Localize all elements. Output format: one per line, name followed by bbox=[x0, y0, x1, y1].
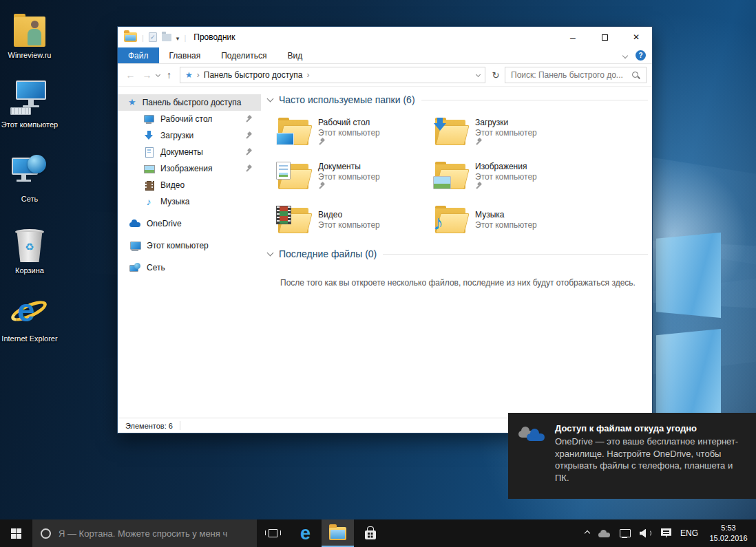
title-bar: Проводник bbox=[118, 27, 652, 47]
navigation-pane: Панель быстрого доступа Рабочий стол Заг… bbox=[118, 87, 261, 418]
edge-icon bbox=[300, 524, 311, 543]
nav-item-quick-access[interactable]: Панель быстрого доступа bbox=[118, 94, 261, 111]
desktop-icon-network[interactable]: Сеть bbox=[0, 152, 59, 204]
folder-tile-music[interactable]: Музыка Этот компьютер bbox=[434, 197, 591, 242]
window-body: Панель быстрого доступа Рабочий стол Заг… bbox=[118, 87, 652, 418]
explorer-app-icon bbox=[124, 32, 137, 42]
onedrive-tray-icon[interactable] bbox=[598, 528, 611, 538]
recycle-symbol-icon bbox=[25, 241, 34, 253]
back-button[interactable] bbox=[123, 69, 138, 81]
notification-title: Доступ к файлам откуда угодно bbox=[555, 423, 748, 433]
pictures-icon bbox=[143, 163, 154, 174]
collapse-group-icon[interactable] bbox=[267, 249, 274, 256]
ribbon-tabs: Файл Главная Поделиться Вид ? bbox=[118, 47, 652, 64]
taskbar-edge-button[interactable] bbox=[289, 519, 322, 547]
nav-item-this-pc[interactable]: Этот компьютер bbox=[118, 237, 261, 254]
user-folder-icon bbox=[14, 8, 45, 47]
forward-button[interactable] bbox=[140, 69, 154, 81]
taskbar-store-button[interactable] bbox=[354, 519, 386, 547]
group-header-frequent[interactable]: Часто используемые папки (6) bbox=[268, 94, 649, 105]
group-header-recent[interactable]: Последние файлы (0) bbox=[268, 248, 649, 259]
pin-icon bbox=[475, 138, 483, 146]
desktop-icon-label: Корзина bbox=[15, 266, 44, 275]
downloads-icon bbox=[143, 130, 154, 141]
cortana-search-text: Я — Кортана. Можете спросить у меня ч bbox=[59, 528, 227, 539]
up-button[interactable] bbox=[162, 69, 176, 81]
desktop-icon-winreview[interactable]: Winreview.ru bbox=[0, 8, 59, 60]
pin-icon bbox=[318, 138, 326, 146]
minimize-button[interactable] bbox=[557, 27, 589, 47]
chevron-right-icon bbox=[307, 70, 310, 80]
tab-home[interactable]: Главная bbox=[159, 47, 211, 63]
group-divider bbox=[421, 100, 648, 100]
customize-toolbar-button[interactable] bbox=[176, 31, 180, 43]
cortana-icon bbox=[41, 528, 51, 539]
quick-access-toolbar: Проводник bbox=[118, 31, 235, 43]
nav-item-documents[interactable]: Документы bbox=[118, 144, 261, 160]
network-tray-icon[interactable] bbox=[620, 528, 631, 538]
recent-files-hint: После того как вы откроете несколько фай… bbox=[266, 278, 649, 288]
nav-item-onedrive[interactable]: OneDrive bbox=[118, 215, 261, 232]
start-button[interactable] bbox=[0, 519, 32, 547]
close-button[interactable] bbox=[620, 27, 652, 47]
expand-ribbon-icon[interactable] bbox=[622, 52, 628, 58]
folder-tile-documents[interactable]: Документы Этот компьютер bbox=[277, 153, 434, 197]
cortana-search-box[interactable]: Я — Кортана. Можете спросить у меня ч bbox=[32, 519, 257, 547]
network-icon bbox=[10, 152, 49, 191]
search-box[interactable]: Поиск: Панель быстрого до... bbox=[505, 67, 647, 83]
nav-item-pictures[interactable]: Изображения bbox=[118, 160, 261, 177]
new-folder-button[interactable] bbox=[162, 34, 171, 41]
address-path[interactable]: Панель быстрого доступа bbox=[204, 70, 303, 80]
desktop-icon-this-pc[interactable]: Этот компьютер bbox=[0, 78, 59, 129]
separator bbox=[142, 31, 144, 43]
search-placeholder: Поиск: Панель быстрого до... bbox=[511, 70, 627, 80]
nav-item-videos[interactable]: Видео bbox=[118, 177, 261, 193]
clock-date: 15.02.2016 bbox=[709, 534, 747, 542]
help-button[interactable]: ? bbox=[636, 50, 646, 61]
folder-tile-videos[interactable]: Видео Этот компьютер bbox=[277, 197, 434, 242]
address-bar-row: Панель быстрого доступа Поиск: Панель бы… bbox=[118, 64, 652, 87]
desktop-icon-label: Сеть bbox=[21, 194, 38, 204]
music-icon bbox=[143, 196, 154, 207]
nav-item-downloads[interactable]: Загрузки bbox=[118, 127, 261, 144]
folder-tile-pictures[interactable]: Изображения Этот компьютер bbox=[434, 153, 591, 197]
folder-icon bbox=[277, 162, 311, 189]
tab-file[interactable]: Файл bbox=[118, 47, 159, 63]
nav-item-music[interactable]: Музыка bbox=[118, 193, 261, 210]
pin-icon bbox=[475, 182, 483, 190]
folder-tile-downloads[interactable]: Загрузки Этот компьютер bbox=[434, 109, 591, 153]
windows-logo-icon bbox=[11, 528, 21, 539]
address-bar[interactable]: Панель быстрого доступа bbox=[180, 67, 485, 83]
show-hidden-icons-chevron[interactable] bbox=[585, 530, 590, 536]
language-indicator[interactable]: ENG bbox=[680, 528, 698, 538]
tab-share[interactable]: Поделиться bbox=[211, 47, 277, 63]
pin-icon bbox=[245, 149, 253, 156]
recent-locations-icon[interactable] bbox=[156, 72, 160, 76]
desktop-icon-internet-explorer[interactable]: e Internet Explorer bbox=[0, 292, 59, 343]
volume-tray-icon[interactable] bbox=[640, 528, 652, 538]
properties-button[interactable] bbox=[149, 32, 157, 42]
refresh-button[interactable] bbox=[489, 69, 503, 81]
nav-item-desktop[interactable]: Рабочий стол bbox=[118, 111, 261, 127]
folder-tile-desktop[interactable]: Рабочий стол Этот компьютер bbox=[277, 109, 434, 153]
folder-icon bbox=[434, 118, 468, 145]
collapse-group-icon[interactable] bbox=[267, 95, 274, 102]
taskbar-explorer-button[interactable] bbox=[322, 519, 354, 547]
music-emblem-icon bbox=[433, 213, 443, 233]
address-dropdown-icon[interactable] bbox=[476, 72, 481, 76]
desktop-icon-recycle-bin[interactable]: Корзина bbox=[0, 224, 59, 275]
system-tray: ENG 5:53 15.02.2016 bbox=[585, 519, 756, 547]
window-controls bbox=[557, 27, 652, 47]
task-view-button[interactable] bbox=[257, 519, 289, 547]
folder-icon bbox=[277, 206, 311, 233]
taskbar-clock[interactable]: 5:53 15.02.2016 bbox=[707, 523, 750, 544]
action-center-icon[interactable] bbox=[661, 528, 671, 538]
pin-icon bbox=[245, 132, 253, 140]
nav-item-network[interactable]: Сеть bbox=[118, 259, 261, 276]
onedrive-notification[interactable]: Доступ к файлам откуда угодно OneDrive —… bbox=[508, 413, 756, 499]
maximize-button[interactable] bbox=[589, 27, 620, 47]
desktop-icon-label: Internet Explorer bbox=[1, 334, 57, 343]
group-divider bbox=[383, 254, 648, 255]
tab-view[interactable]: Вид bbox=[277, 47, 313, 63]
folder-icon bbox=[434, 162, 468, 189]
